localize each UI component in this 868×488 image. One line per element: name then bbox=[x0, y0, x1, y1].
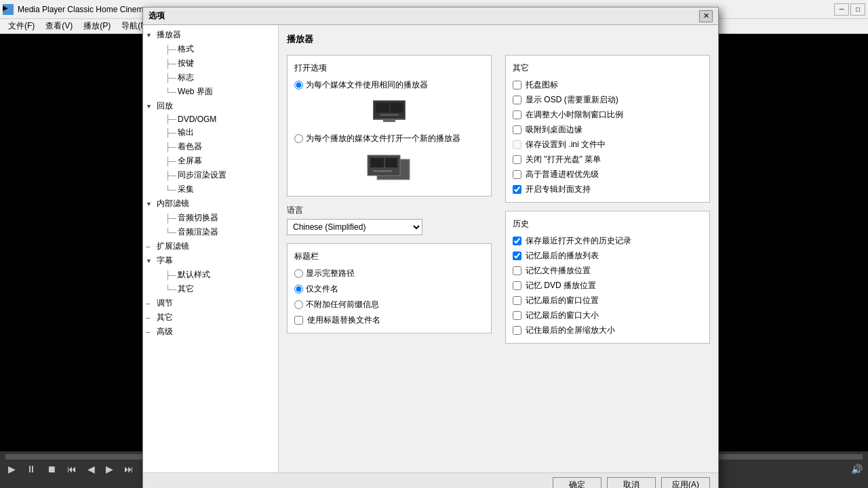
tree-toggle-advanced: ─ bbox=[146, 329, 157, 336]
svg-rect-3 bbox=[380, 114, 399, 116]
check-higher-priority[interactable]: 高于普通进程优先级 bbox=[513, 169, 703, 180]
tree-toggle-player: ▼ bbox=[146, 32, 157, 39]
check-use-title-input[interactable] bbox=[294, 316, 303, 325]
next-track-button[interactable]: ⏭ bbox=[121, 462, 136, 476]
maximize-button[interactable]: □ bbox=[850, 3, 865, 16]
check-save-history[interactable]: 保存最近打开文件的历史记录 bbox=[513, 235, 703, 247]
check-remember-dvdpos-input[interactable] bbox=[513, 281, 521, 290]
tree-child-fullscreen[interactable]: ├─ 全屏幕 bbox=[143, 154, 278, 168]
check-remember-filepos[interactable]: 记忆文件播放位置 bbox=[513, 265, 703, 277]
tree-child-label-capture: 采集 bbox=[178, 184, 194, 195]
titlebar-radios: 显示完整路径 仅文件名 不附加任何前缀信息 bbox=[294, 268, 484, 310]
player-icon-area-2 bbox=[294, 148, 484, 189]
history-checkbox-list: 保存最近打开文件的历史记录 记忆最后的播放列表 记忆文件播放位置 bbox=[513, 235, 703, 336]
check-remember-playlist[interactable]: 记忆最后的播放列表 bbox=[513, 250, 703, 262]
check-snap-edge[interactable]: 吸附到桌面边缘 bbox=[513, 124, 703, 136]
language-select[interactable]: Chinese (Simplified) English Japanese bbox=[287, 219, 422, 235]
dialog-title: 选项 bbox=[149, 10, 165, 22]
dialog-close-button[interactable]: ✕ bbox=[699, 10, 713, 22]
check-album-art-input[interactable] bbox=[513, 185, 521, 194]
check-save-history-input[interactable] bbox=[513, 237, 521, 245]
check-remember-fullscreen-zoom-input[interactable] bbox=[513, 326, 521, 335]
radio-same-player[interactable]: 为每个媒体文件使用相同的播放器 bbox=[294, 79, 484, 91]
play-button[interactable]: ▶ bbox=[5, 462, 18, 476]
check-remember-dvdpos[interactable]: 记忆 DVD 播放位置 bbox=[513, 280, 703, 291]
tree-child-format[interactable]: ├─ 格式 bbox=[143, 42, 278, 56]
check-save-ini[interactable]: 保存设置到 .ini 文件中 bbox=[513, 139, 703, 150]
tree-group-extfilter[interactable]: ─ 扩展滤镜 bbox=[143, 239, 278, 253]
check-limit-ratio-label: 在调整大小时限制窗口比例 bbox=[526, 109, 623, 121]
tree-child-label-output: 输出 bbox=[178, 127, 194, 138]
prev-frame-button[interactable]: ◀ bbox=[85, 462, 98, 476]
tree-child-capture[interactable]: └─ 采集 bbox=[143, 182, 278, 197]
tree-child-flags[interactable]: ├─ 标志 bbox=[143, 70, 278, 85]
check-remember-winsize[interactable]: 记忆最后的窗口大小 bbox=[513, 310, 703, 321]
cancel-button[interactable]: 取消 bbox=[607, 477, 656, 489]
radio-no-prefix-input[interactable] bbox=[294, 300, 303, 309]
menu-view[interactable]: 查看(V) bbox=[40, 19, 78, 33]
check-limit-ratio-input[interactable] bbox=[513, 110, 521, 119]
tree-child-dvd[interactable]: ├─ DVD/OGM bbox=[143, 113, 278, 125]
tree-child-audiorenderer[interactable]: └─ 音频渲染器 bbox=[143, 225, 278, 239]
radio-new-player-input[interactable] bbox=[294, 134, 303, 143]
radio-filename-only[interactable]: 仅文件名 bbox=[294, 283, 484, 295]
radio-filename-only-input[interactable] bbox=[294, 285, 303, 293]
tree-child-defaultstyle[interactable]: ├─ 默认样式 bbox=[143, 268, 278, 282]
check-save-ini-input[interactable] bbox=[513, 140, 521, 149]
check-osd[interactable]: 显示 OSD (需要重新启动) bbox=[513, 94, 703, 106]
tree-child-keys[interactable]: ├─ 按键 bbox=[143, 56, 278, 70]
tree-child-audioswitcher[interactable]: ├─ 音频切换器 bbox=[143, 211, 278, 225]
check-remember-winpos-input[interactable] bbox=[513, 296, 521, 305]
check-tray-icon-input[interactable] bbox=[513, 81, 521, 89]
check-use-title[interactable]: 使用标题替换文件名 bbox=[294, 314, 484, 326]
tree-group-internalfilter[interactable]: ▼ 内部滤镜 bbox=[143, 197, 278, 211]
language-label: 语言 bbox=[287, 205, 492, 216]
radio-full-path[interactable]: 显示完整路径 bbox=[294, 268, 484, 279]
check-close-disc-menu-input[interactable] bbox=[513, 155, 521, 164]
apply-button[interactable]: 应用(A) bbox=[661, 477, 710, 489]
check-remember-winpos[interactable]: 记忆最后的窗口位置 bbox=[513, 295, 703, 306]
tree-child-web[interactable]: └─ Web 界面 bbox=[143, 85, 278, 99]
volume-icon[interactable]: 🔊 bbox=[851, 464, 863, 474]
dialog-title-bar: 选项 ✕ bbox=[143, 7, 718, 25]
tree-child-sync[interactable]: ├─ 同步渲染设置 bbox=[143, 168, 278, 182]
tree-child-others[interactable]: └─ 其它 bbox=[143, 282, 278, 296]
check-remember-winsize-input[interactable] bbox=[513, 311, 521, 320]
check-remember-playlist-input[interactable] bbox=[513, 251, 521, 260]
radio-no-prefix[interactable]: 不附加任何前缀信息 bbox=[294, 299, 484, 310]
dialog-footer: 确定 取消 应用(A) bbox=[143, 472, 718, 488]
check-higher-priority-input[interactable] bbox=[513, 170, 521, 179]
check-tray-icon[interactable]: 托盘图标 bbox=[513, 79, 703, 91]
menu-file[interactable]: 文件(F) bbox=[3, 19, 40, 33]
tree-child-label-audiorenderer: 音频渲染器 bbox=[178, 226, 218, 238]
check-remember-fullscreen-zoom[interactable]: 记住最后的全屏缩放大小 bbox=[513, 325, 703, 336]
check-remember-playlist-label: 记忆最后的播放列表 bbox=[526, 250, 599, 262]
tree-group-adjust[interactable]: ─ 调节 bbox=[143, 296, 278, 310]
tree-group-subtitle[interactable]: ▼ 字幕 bbox=[143, 253, 278, 268]
stop-button[interactable]: ⏹ bbox=[44, 462, 59, 476]
radio-new-player[interactable]: 为每个播放的媒体文件打开一个新的播放器 bbox=[294, 133, 484, 144]
check-osd-input[interactable] bbox=[513, 96, 521, 104]
app-window: ▶ Media Player Classic Home Cinema ─ □ 文… bbox=[0, 0, 868, 488]
check-snap-edge-input[interactable] bbox=[513, 125, 521, 134]
confirm-button[interactable]: 确定 bbox=[553, 477, 601, 489]
tree-group-advanced[interactable]: ─ 高级 bbox=[143, 325, 278, 339]
check-limit-ratio[interactable]: 在调整大小时限制窗口比例 bbox=[513, 109, 703, 121]
next-frame-button[interactable]: ▶ bbox=[103, 462, 116, 476]
minimize-button[interactable]: ─ bbox=[834, 3, 849, 16]
check-remember-filepos-input[interactable] bbox=[513, 266, 521, 275]
tree-group-playback[interactable]: ▼ 回放 bbox=[143, 99, 278, 113]
radio-same-player-input[interactable] bbox=[294, 81, 303, 89]
check-use-title-label: 使用标题替换文件名 bbox=[307, 314, 380, 326]
radio-full-path-input[interactable] bbox=[294, 269, 303, 278]
tree-child-output[interactable]: ├─ 输出 bbox=[143, 125, 278, 140]
tree-group-player[interactable]: ▼ 播放器 bbox=[143, 28, 278, 42]
check-album-art-label: 开启专辑封面支持 bbox=[526, 184, 591, 195]
tree-group-misc[interactable]: ─ 其它 bbox=[143, 310, 278, 325]
pause-button[interactable]: ⏸ bbox=[24, 462, 39, 476]
prev-track-button[interactable]: ⏮ bbox=[64, 462, 79, 476]
check-close-disc-menu[interactable]: 关闭 "打开光盘" 菜单 bbox=[513, 154, 703, 165]
check-album-art[interactable]: 开启专辑封面支持 bbox=[513, 184, 703, 195]
menu-play[interactable]: 播放(P) bbox=[78, 19, 116, 33]
tree-child-shader[interactable]: ├─ 着色器 bbox=[143, 140, 278, 154]
